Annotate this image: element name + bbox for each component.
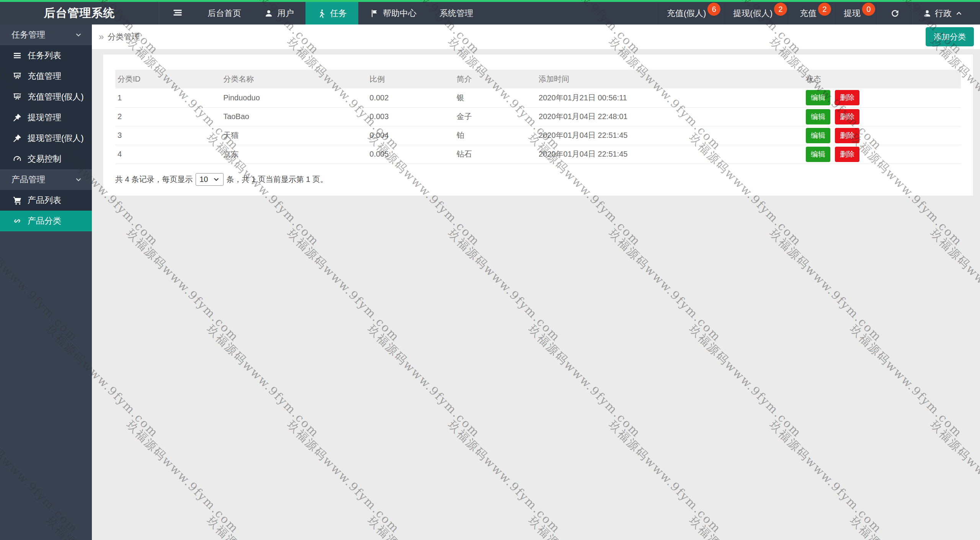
chevron-down-icon	[74, 175, 83, 184]
table-header-cell: 分类ID	[115, 70, 221, 88]
edit-button[interactable]: 编辑	[806, 128, 830, 143]
link-icon	[12, 216, 22, 226]
sidebar-item-recharge-management[interactable]: 充值管理	[0, 66, 92, 87]
table-actions-cell: 编辑删除	[804, 88, 961, 107]
table-cell: 2020年01月21日 00:56:11	[536, 88, 804, 107]
chevron-down-icon	[213, 176, 220, 183]
gavel-icon	[12, 113, 22, 122]
board-icon	[12, 72, 22, 81]
nav-item-withdraw-fake[interactable]: 提现(假人)2	[723, 2, 789, 25]
page-size-select[interactable]: 10	[196, 173, 223, 186]
table-header-row: 分类ID分类名称比例简介添加时间状态	[115, 70, 961, 88]
sidebar-item-label: 交易控制	[28, 153, 61, 165]
table-cell: 天猫	[221, 126, 367, 145]
table-cell: 2	[115, 107, 221, 126]
table-cell: 3	[115, 126, 221, 145]
page-size-value: 10	[199, 175, 208, 184]
delete-button[interactable]: 删除	[835, 90, 859, 105]
table-actions-cell: 编辑删除	[804, 107, 961, 126]
table-header-cell: 状态	[804, 70, 961, 88]
sidebar-item-trade-control[interactable]: 交易控制	[0, 149, 92, 169]
nav-item-users[interactable]: 用户	[253, 2, 305, 25]
add-category-button[interactable]: 添加分类	[926, 27, 974, 46]
sidebar-toggle-button[interactable]	[159, 2, 196, 25]
app-title: 后台管理系统	[0, 2, 159, 25]
pagination-bar: 共 4 条记录，每页显示 10 条，共 1 页当前显示第 1 页。	[115, 173, 961, 186]
nav-item-recharge-fake[interactable]: 充值(假人)6	[657, 2, 723, 25]
sidebar-item-recharge-management-fake[interactable]: 充值管理(假人)	[0, 87, 92, 107]
delete-button[interactable]: 删除	[835, 109, 859, 124]
main-nav: 后台首页用户任务帮助中心系统管理	[196, 2, 485, 25]
nav-item-recharge[interactable]: 充值2	[789, 2, 833, 25]
nav-item-help[interactable]: 帮助中心	[358, 2, 428, 25]
main-content: » 分类管理 添加分类 分类ID分类名称比例简介添加时间状态 1Pinduodu…	[92, 25, 980, 540]
breadcrumb-separator: »	[99, 31, 104, 42]
edit-button[interactable]: 编辑	[806, 90, 830, 105]
table-cell: 钻石	[454, 145, 536, 164]
delete-button[interactable]: 删除	[835, 128, 859, 143]
sidebar-item-withdraw-management[interactable]: 提现管理	[0, 107, 92, 128]
sidebar-item-label: 充值管理(假人)	[28, 91, 84, 103]
pagination-summary-prefix: 共 4 条记录，每页显示	[115, 174, 193, 185]
user-menu[interactable]: 行政	[912, 2, 980, 25]
table-cell: 2020年01月04日 22:48:01	[536, 107, 804, 126]
table-cell: 0.004	[367, 126, 454, 145]
nav-item-label: 充值	[800, 8, 817, 19]
table-cell: 0.002	[367, 88, 454, 107]
edit-button[interactable]: 编辑	[806, 147, 830, 162]
edit-button[interactable]: 编辑	[806, 109, 830, 124]
notification-badge: 2	[818, 3, 831, 16]
table-cell: 银	[454, 88, 536, 107]
cart-icon	[12, 196, 22, 205]
table-cell: Pinduoduo	[221, 88, 367, 107]
chevron-down-icon	[74, 31, 83, 39]
table-cell: 2020年01月04日 22:51:45	[536, 145, 804, 164]
sidebar-section-label: 产品管理	[11, 174, 45, 185]
sidebar-item-label: 提现管理	[28, 112, 61, 123]
delete-button[interactable]: 删除	[835, 147, 859, 162]
nav-item-label: 后台首页	[207, 8, 241, 19]
list-icon	[12, 51, 22, 60]
sidebar-item-label: 产品列表	[28, 195, 61, 206]
sidebar-item-task-list[interactable]: 任务列表	[0, 45, 92, 66]
sidebar-section-product-management[interactable]: 产品管理	[0, 169, 92, 190]
table-row: 2TaoBao0.003金子2020年01月04日 22:48:01编辑删除	[115, 107, 961, 126]
nav-item-label: 提现	[844, 8, 861, 19]
nav-item-withdraw[interactable]: 提现0	[833, 2, 877, 25]
nav-item-label: 提现(假人)	[733, 8, 773, 19]
nav-item-label: 任务	[330, 8, 347, 19]
user-icon	[264, 9, 273, 18]
gavel-icon	[12, 134, 22, 143]
nav-item-system[interactable]: 系统管理	[428, 2, 485, 25]
category-table: 分类ID分类名称比例简介添加时间状态 1Pinduoduo0.002银2020年…	[115, 70, 961, 164]
table-cell: 京东	[221, 145, 367, 164]
top-navbar: 后台管理系统 后台首页用户任务帮助中心系统管理 充值(假人)6提现(假人)2充值…	[0, 0, 980, 25]
breadcrumb: » 分类管理	[99, 31, 140, 42]
notification-badge: 0	[862, 3, 875, 16]
sidebar-item-label: 任务列表	[28, 50, 61, 61]
breadcrumb-bar: » 分类管理 添加分类	[92, 25, 980, 49]
table-cell: 铂	[454, 126, 536, 145]
table-cell: 4	[115, 145, 221, 164]
table-cell: 0.005	[367, 145, 454, 164]
nav-item-label: 充值(假人)	[667, 8, 706, 19]
refresh-button[interactable]	[877, 2, 912, 25]
table-header-cell: 分类名称	[221, 70, 367, 88]
sidebar-item-withdraw-management-fake[interactable]: 提现管理(假人)	[0, 128, 92, 149]
nav-item-tasks[interactable]: 任务	[305, 2, 358, 25]
nav-item-home[interactable]: 后台首页	[196, 2, 253, 25]
user-name: 行政	[935, 8, 952, 19]
nav-item-label: 帮助中心	[383, 8, 416, 19]
notification-badge: 2	[774, 3, 787, 16]
sidebar-item-product-list[interactable]: 产品列表	[0, 190, 92, 211]
table-cell: TaoBao	[221, 107, 367, 126]
user-icon	[923, 9, 932, 18]
board-icon	[12, 92, 22, 101]
sidebar-section-task-management[interactable]: 任务管理	[0, 25, 92, 45]
table-row: 3天猫0.004铂2020年01月04日 22:51:45编辑删除	[115, 126, 961, 145]
table-actions-cell: 编辑删除	[804, 126, 961, 145]
sidebar-item-label: 充值管理	[28, 70, 61, 82]
table-header-cell: 比例	[367, 70, 454, 88]
sidebar-item-product-category[interactable]: 产品分类	[0, 211, 92, 231]
hamburger-icon	[172, 7, 183, 20]
